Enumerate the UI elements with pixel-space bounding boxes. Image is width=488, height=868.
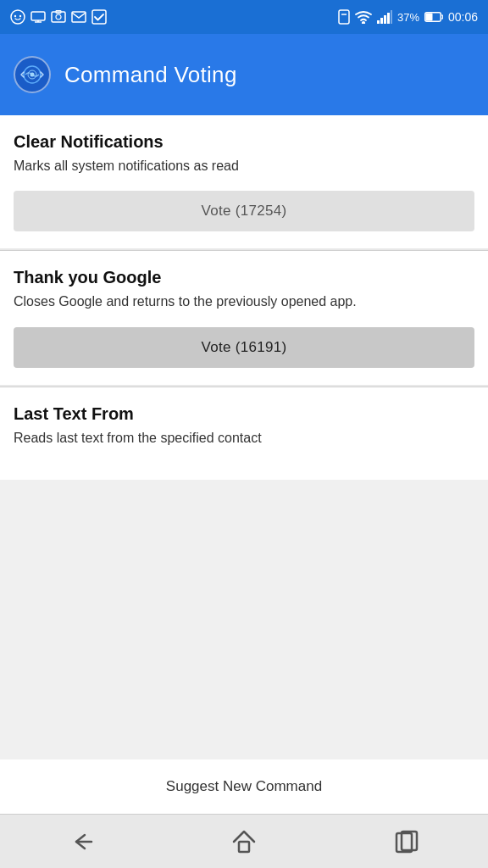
status-bar: 37% 00:06 bbox=[0, 0, 488, 34]
svg-rect-15 bbox=[380, 18, 383, 24]
svg-rect-18 bbox=[391, 10, 392, 24]
suggest-label[interactable]: Suggest New Command bbox=[166, 778, 322, 794]
screen-icon bbox=[30, 11, 46, 23]
photo-icon bbox=[51, 10, 66, 24]
command-card-clear-notifications: Clear Notifications Marks all system not… bbox=[0, 115, 488, 248]
svg-rect-14 bbox=[377, 20, 380, 24]
recent-icon bbox=[393, 828, 420, 855]
nav-bar bbox=[0, 814, 488, 868]
recent-button[interactable] bbox=[373, 821, 441, 862]
svg-rect-9 bbox=[72, 12, 86, 22]
vote-button-1[interactable]: Vote (16191) bbox=[14, 327, 474, 368]
time-display: 00:06 bbox=[448, 10, 478, 24]
main-content: Clear Notifications Marks all system not… bbox=[0, 115, 488, 480]
svg-point-2 bbox=[19, 15, 21, 17]
hangouts-icon bbox=[10, 9, 25, 25]
app-title: Command Voting bbox=[64, 62, 237, 88]
status-icons-left bbox=[10, 9, 107, 25]
suggest-bar[interactable]: Suggest New Command bbox=[0, 760, 488, 814]
gmail-icon bbox=[71, 11, 86, 23]
svg-point-7 bbox=[56, 14, 61, 19]
svg-rect-20 bbox=[425, 14, 432, 21]
command-desc-2: Reads last text from the specified conta… bbox=[14, 429, 474, 448]
signal-icon bbox=[377, 10, 392, 24]
command-card-thank-you-google: Thank you Google Closes Google and retur… bbox=[0, 251, 488, 384]
svg-rect-26 bbox=[402, 832, 417, 850]
vote-button-0[interactable]: Vote (17254) bbox=[14, 191, 474, 231]
back-icon bbox=[68, 828, 95, 855]
command-title-2: Last Text From bbox=[14, 404, 474, 424]
back-button[interactable] bbox=[47, 821, 115, 862]
svg-rect-24 bbox=[239, 842, 249, 852]
check-icon bbox=[92, 9, 107, 25]
command-desc-1: Closes Google and returns to the previou… bbox=[14, 292, 474, 311]
app-icon bbox=[14, 56, 51, 93]
svg-rect-11 bbox=[339, 10, 349, 24]
status-icons-right: 37% 00:06 bbox=[338, 9, 478, 25]
svg-point-1 bbox=[14, 15, 16, 17]
home-icon bbox=[230, 828, 258, 855]
battery-icon bbox=[424, 11, 443, 23]
home-button[interactable] bbox=[210, 821, 278, 862]
svg-rect-16 bbox=[384, 15, 386, 24]
command-desc-0: Marks all system notifications as read bbox=[14, 157, 474, 175]
svg-point-0 bbox=[11, 10, 25, 24]
battery-percentage: 37% bbox=[397, 11, 419, 24]
svg-rect-17 bbox=[387, 13, 390, 24]
command-card-last-text-from: Last Text From Reads last text from the … bbox=[0, 387, 488, 480]
command-title-0: Clear Notifications bbox=[14, 132, 474, 152]
command-title-1: Thank you Google bbox=[14, 268, 474, 287]
svg-rect-25 bbox=[396, 833, 412, 852]
svg-rect-3 bbox=[31, 12, 45, 20]
sim-icon bbox=[338, 9, 350, 25]
app-bar: Command Voting bbox=[0, 34, 488, 115]
wifi-icon bbox=[355, 10, 372, 24]
svg-point-13 bbox=[363, 22, 364, 24]
